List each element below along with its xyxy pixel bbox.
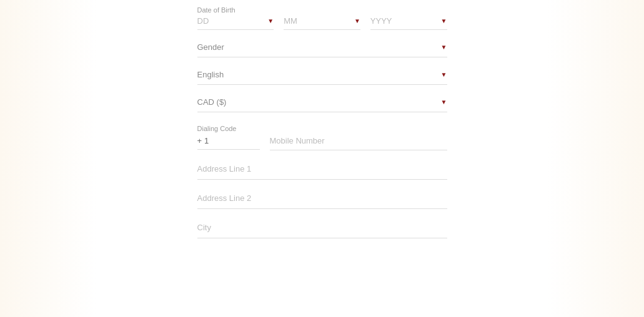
dialing-code-field[interactable]: + 1 [197, 136, 260, 150]
gender-placeholder: Gender [197, 42, 441, 52]
gender-arrow[interactable]: ▼ [441, 44, 447, 51]
dob-day-field[interactable]: DD ▼ [197, 16, 274, 30]
dob-month-arrow[interactable]: ▼ [354, 17, 360, 24]
page-wrapper: Date of Birth DD ▼ MM ▼ YYYY ▼ Gender [0, 0, 644, 317]
language-field: English ▼ [197, 70, 447, 85]
dob-year-placeholder: YYYY [370, 16, 441, 26]
gender-field: Gender ▼ [197, 42, 447, 57]
mobile-placeholder: Mobile Number [270, 136, 325, 145]
address-line1-placeholder: Address Line 1 [197, 164, 252, 173]
currency-value: CAD ($) [197, 97, 441, 107]
phone-row: + 1 Mobile Number [197, 135, 447, 150]
dob-month-placeholder: MM [284, 16, 354, 26]
gender-row[interactable]: Gender ▼ [197, 42, 447, 57]
city-row[interactable]: City [197, 222, 447, 238]
address-line2-row[interactable]: Address Line 2 [197, 192, 447, 209]
dob-month-field[interactable]: MM ▼ [284, 16, 360, 30]
currency-arrow[interactable]: ▼ [441, 99, 447, 105]
dialing-code-prefix: + [197, 136, 202, 145]
address-line2-field: Address Line 2 [197, 192, 447, 209]
mobile-number-field[interactable]: Mobile Number [270, 135, 447, 150]
address-line2-placeholder: Address Line 2 [197, 193, 252, 203]
currency-field: CAD ($) ▼ [197, 97, 447, 112]
language-row[interactable]: English ▼ [197, 70, 447, 85]
dob-day-arrow[interactable]: ▼ [267, 17, 274, 24]
currency-row[interactable]: CAD ($) ▼ [197, 97, 447, 112]
dob-day-placeholder: DD [197, 16, 268, 26]
dob-year-field[interactable]: YYYY ▼ [370, 16, 447, 30]
dob-section: Date of Birth DD ▼ MM ▼ YYYY ▼ [197, 6, 447, 30]
address-line1-field: Address Line 1 [197, 163, 447, 180]
phone-section: Dialing Code + 1 Mobile Number [197, 125, 447, 150]
form-container: Date of Birth DD ▼ MM ▼ YYYY ▼ Gender [197, 0, 447, 245]
language-value: English [197, 70, 441, 79]
city-field: City [197, 222, 447, 238]
language-arrow[interactable]: ▼ [441, 71, 447, 78]
dialing-code-label: Dialing Code [197, 125, 447, 132]
address-line1-row[interactable]: Address Line 1 [197, 163, 447, 180]
dob-year-arrow[interactable]: ▼ [441, 17, 447, 24]
dialing-code-value: 1 [204, 136, 209, 145]
dob-row: DD ▼ MM ▼ YYYY ▼ [197, 16, 447, 30]
city-placeholder: City [197, 223, 211, 232]
dob-label: Date of Birth [197, 6, 447, 14]
